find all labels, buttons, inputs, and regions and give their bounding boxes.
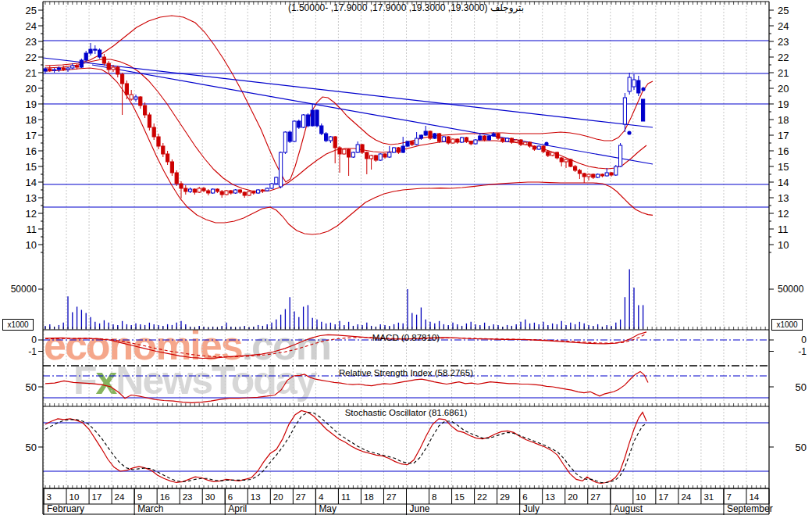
svg-text:6: 6 [522, 492, 527, 502]
svg-text:10: 10 [26, 239, 37, 251]
svg-text:14: 14 [749, 492, 759, 502]
svg-text:20: 20 [568, 492, 578, 502]
chart-window: economies.com FxNewsToday 25252424232322… [0, 0, 812, 515]
svg-text:August: August [614, 503, 643, 514]
chart-canvas: 2525242423232222212120201919181817171616… [0, 0, 812, 515]
svg-text:February: February [47, 503, 84, 514]
svg-text:18: 18 [778, 114, 789, 126]
chart-title: بتروجلف (19.3000, 19.3000, 17.9000, 17.9… [43, 2, 769, 13]
svg-text:24: 24 [26, 20, 37, 32]
svg-text:13: 13 [778, 192, 789, 204]
svg-text:6: 6 [228, 492, 233, 502]
svg-text:11: 11 [778, 224, 789, 235]
svg-text:50: 50 [796, 442, 807, 453]
date-axis: 3101724916233061320274111827815222961320… [43, 488, 773, 515]
svg-text:20: 20 [778, 83, 789, 95]
svg-text:15: 15 [26, 161, 37, 173]
svg-text:25: 25 [778, 5, 789, 16]
svg-text:10: 10 [778, 239, 789, 251]
svg-text:50000: 50000 [778, 284, 804, 295]
svg-text:July: July [523, 503, 540, 514]
svg-text:14: 14 [26, 177, 37, 188]
svg-text:23: 23 [183, 492, 193, 502]
svg-text:20: 20 [26, 83, 37, 95]
svg-text:16: 16 [778, 145, 789, 157]
svg-text:8: 8 [432, 492, 436, 502]
svg-text:30: 30 [205, 492, 215, 502]
svg-text:16: 16 [160, 492, 170, 502]
svg-text:18: 18 [26, 114, 37, 126]
svg-text:50000: 50000 [11, 284, 37, 295]
svg-text:12: 12 [26, 208, 37, 220]
svg-text:17: 17 [778, 130, 789, 141]
svg-text:24: 24 [115, 492, 125, 502]
svg-text:0: 0 [31, 334, 37, 345]
svg-text:May: May [319, 503, 337, 514]
svg-text:4: 4 [319, 492, 324, 502]
svg-text:22: 22 [477, 492, 487, 502]
svg-text:10: 10 [69, 492, 80, 502]
svg-text:14: 14 [778, 177, 789, 188]
svg-text:15: 15 [778, 161, 789, 173]
svg-text:50: 50 [26, 381, 37, 393]
svg-text:27: 27 [386, 492, 397, 502]
svg-text:13: 13 [251, 492, 261, 502]
svg-text:17: 17 [26, 130, 37, 141]
svg-text:27: 27 [590, 492, 600, 502]
svg-text:17: 17 [92, 492, 102, 502]
candlesticks [44, 43, 645, 198]
svg-text:50: 50 [796, 381, 807, 393]
svg-text:17: 17 [658, 492, 668, 502]
svg-text:13: 13 [26, 192, 37, 204]
svg-text:27: 27 [296, 492, 306, 502]
svg-text:7: 7 [726, 492, 731, 502]
stochastic-lines [45, 411, 646, 484]
rsi-panel-label: Relative Strength Index (58.2765) [43, 368, 769, 377]
svg-text:12: 12 [778, 208, 789, 220]
svg-text:50: 50 [26, 442, 37, 453]
svg-text:18: 18 [364, 492, 374, 502]
stochastic-panel-label: Stochastic Oscillator (81.6861) [43, 408, 769, 417]
svg-text:21: 21 [26, 67, 37, 79]
svg-text:-1: -1 [28, 346, 37, 357]
svg-text:25: 25 [26, 5, 37, 16]
svg-text:29: 29 [500, 492, 510, 502]
svg-text:11: 11 [341, 492, 351, 502]
svg-text:22: 22 [26, 52, 37, 63]
svg-text:15: 15 [454, 492, 465, 502]
svg-text:-1: -1 [798, 346, 807, 357]
svg-text:April: April [228, 503, 247, 514]
volume-unit-right: x1000 [771, 319, 803, 331]
svg-text:16: 16 [26, 145, 37, 157]
price-axis: 2525242423232222212120201919181817171616… [26, 5, 789, 253]
svg-text:June: June [410, 503, 430, 514]
svg-text:13: 13 [545, 492, 555, 502]
svg-text:20: 20 [273, 492, 283, 502]
bollinger-bands [45, 16, 653, 234]
svg-text:23: 23 [26, 36, 37, 48]
svg-text:March: March [137, 503, 163, 514]
svg-text:22: 22 [778, 52, 789, 63]
svg-text:9: 9 [137, 492, 142, 502]
svg-text:19: 19 [26, 98, 37, 110]
volume-bars [45, 270, 643, 330]
svg-text:24: 24 [681, 492, 691, 502]
volume-unit-left: x1000 [2, 319, 34, 331]
svg-text:19: 19 [778, 98, 789, 110]
svg-text:24: 24 [778, 20, 789, 32]
svg-text:September: September [727, 503, 773, 514]
svg-text:21: 21 [778, 67, 789, 79]
svg-text:31: 31 [703, 492, 714, 502]
svg-text:10: 10 [636, 492, 646, 502]
svg-text:3: 3 [47, 492, 52, 502]
svg-text:23: 23 [778, 36, 789, 48]
macd-panel-label: MACD (0.87810) [43, 333, 769, 342]
svg-text:11: 11 [27, 224, 37, 235]
svg-text:0: 0 [801, 334, 807, 345]
